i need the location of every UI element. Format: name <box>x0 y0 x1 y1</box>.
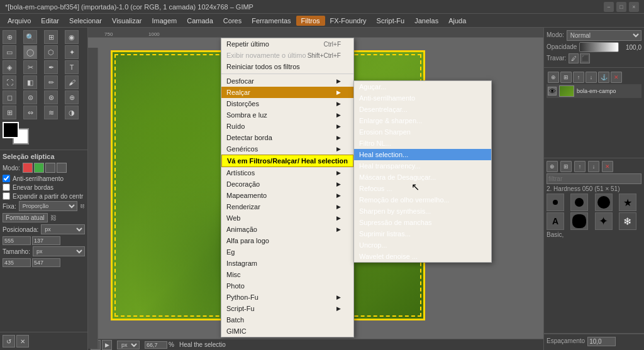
tool-fuzzy-select[interactable]: ✦ <box>65 45 79 59</box>
submenu-erosion[interactable]: Erosion Sharpen <box>354 126 491 138</box>
menu-janelas[interactable]: Janelas <box>409 16 443 26</box>
brushes-btn5[interactable]: ✕ <box>602 161 613 172</box>
brushes-btn1[interactable]: ⊕ <box>547 161 558 172</box>
size-x-input[interactable] <box>3 258 31 267</box>
filter-item-genericos[interactable]: Genéricos ▶ <box>221 143 353 155</box>
status-unit-select[interactable]: px <box>117 341 140 349</box>
feather-checkbox[interactable] <box>3 183 10 191</box>
brush-4[interactable]: ★ <box>619 194 636 211</box>
status-next-btn[interactable]: ▶ <box>102 340 112 350</box>
fix-chain[interactable]: ⛓ <box>80 204 85 209</box>
tool-scissors[interactable]: ✂ <box>23 60 37 74</box>
layers-anchor-btn[interactable]: ⚓ <box>598 72 609 83</box>
tool-text[interactable]: ◉ <box>65 30 79 44</box>
tool-ellipse-select[interactable]: ◯ <box>23 45 37 59</box>
menu-fxfoundry[interactable]: FX-Foundry <box>325 16 372 26</box>
menu-ajuda[interactable]: Ajuda <box>443 16 471 26</box>
tool-restore-btn[interactable]: ↺ <box>3 335 15 347</box>
submenu-filtronl[interactable]: Filtro NL... <box>354 138 491 149</box>
pos-x-input[interactable] <box>3 236 31 245</box>
spacing-input[interactable] <box>587 337 616 346</box>
lock-alpha-btn[interactable]: ⬛ <box>580 53 590 63</box>
size-unit[interactable]: px <box>33 246 85 256</box>
maximize-button[interactable]: □ <box>616 2 626 12</box>
tool-fill[interactable]: ⛶ <box>3 75 16 89</box>
format-button[interactable]: Formato atual <box>3 213 48 222</box>
menu-ferramentas[interactable]: Ferramentas <box>247 16 296 26</box>
size-y-input[interactable] <box>32 258 60 267</box>
submenu-refocus[interactable]: Refocus ... <box>354 183 491 194</box>
brush-2[interactable] <box>570 194 588 211</box>
tool-dodge[interactable]: ◑ <box>65 106 79 119</box>
filter-item-exibir[interactable]: Exibir novamente o último Shift+Ctrl+F <box>221 50 353 61</box>
tool-rect-select[interactable]: ▭ <box>3 45 16 59</box>
mode-btn-1[interactable] <box>23 163 33 173</box>
filter-item-vae[interactable]: Vá em Filtros/Realçar/ Heal selection ▶ <box>221 155 353 167</box>
brush-7[interactable]: ✦ <box>595 212 613 230</box>
tool-paintbrush[interactable]: 🖌 <box>65 75 79 89</box>
submenu-sharpen-synthesis[interactable]: Sharpen by synthesis... <box>354 205 491 217</box>
filter-item-web[interactable]: Web ▶ <box>221 212 353 224</box>
menu-filtros[interactable]: Filtros <box>296 16 325 26</box>
submenu-wavelet[interactable]: Wavelet denoise ... <box>354 251 491 262</box>
filter-item-detectar[interactable]: Detectar borda ▶ <box>221 132 353 143</box>
menu-camada[interactable]: Camada <box>182 16 218 26</box>
status-zoom-input[interactable] <box>145 341 167 349</box>
fix-select[interactable]: Proporção <box>19 201 77 211</box>
brush-filter-input[interactable] <box>547 173 641 184</box>
filter-item-animacao[interactable]: Animação ▶ <box>221 224 353 235</box>
layers-new-btn[interactable]: ⊕ <box>548 72 559 83</box>
submenu-uncrop[interactable]: Uncrop... <box>354 239 491 251</box>
submenu-agucar[interactable]: Aguçar... <box>354 81 491 92</box>
tool-heal[interactable]: ⊕ <box>65 90 79 104</box>
tool-clone[interactable]: ⊛ <box>44 90 58 104</box>
filter-item-distorcoes[interactable]: Distorções ▶ <box>221 98 353 109</box>
tool-measure[interactable]: ⊞ <box>44 30 58 44</box>
filter-item-alfa[interactable]: Alfa para logo <box>221 235 353 246</box>
layers-dup-btn[interactable]: ⊞ <box>560 72 572 83</box>
submenu-supressao[interactable]: Supressão de manchas <box>354 217 491 228</box>
submenu-heal-transparency[interactable]: Heal transparency... <box>354 160 491 172</box>
mode-btn-2[interactable] <box>34 163 44 173</box>
foreground-color[interactable] <box>3 122 19 138</box>
antialias-checkbox[interactable] <box>3 175 10 182</box>
menu-visualizar[interactable]: Visualizar <box>107 16 147 26</box>
filter-item-renderizar[interactable]: Renderizar ▶ <box>221 201 353 212</box>
brush-3[interactable] <box>595 194 613 211</box>
filter-item-instagram[interactable]: Instagram <box>221 258 353 269</box>
canvas-viewport[interactable]: Repetir último Ctrl+F Exibir novamente o… <box>98 38 543 339</box>
filter-item-mapeamento[interactable]: Mapeamento ▶ <box>221 190 353 201</box>
brushes-btn3[interactable]: ↑ <box>574 161 586 172</box>
submenu-antiserrilhamento[interactable]: Anti-serrilhamento <box>354 92 491 104</box>
filter-item-reiniciar[interactable]: Reiniciar todos os filtros <box>221 61 353 72</box>
submenu-olho-vermelho[interactable]: Remoção de olho vermelho... <box>354 194 491 205</box>
brush-8[interactable]: ❄ <box>619 212 636 230</box>
tool-flip[interactable]: ⇔ <box>23 106 37 119</box>
layers-up-btn[interactable]: ↑ <box>573 72 584 83</box>
menu-arquivo[interactable]: Arquivo <box>3 16 36 26</box>
tool-select-by-color[interactable]: ◈ <box>3 60 16 74</box>
brushes-btn2[interactable]: ⊞ <box>560 161 572 172</box>
tool-perspective[interactable]: ⊞ <box>3 106 16 119</box>
filter-item-pythonfu[interactable]: Python-Fu ▶ <box>221 292 353 303</box>
layer-visibility-icon[interactable]: 👁 <box>548 87 557 96</box>
filter-item-decoracao[interactable]: Decoração ▶ <box>221 178 353 190</box>
filter-item-sombra[interactable]: Sombra e luz ▶ <box>221 109 353 121</box>
expand-checkbox[interactable] <box>3 192 10 200</box>
pos-unit[interactable]: px <box>41 224 85 234</box>
submenu-desentrelac[interactable]: Desentrelaçar... <box>354 104 491 115</box>
mode-btn-3[interactable] <box>45 163 55 173</box>
menu-scriptfu[interactable]: Script-Fu <box>372 16 410 26</box>
filter-item-desfocar[interactable]: Desfocar ▶ <box>221 75 353 87</box>
minimize-button[interactable]: − <box>604 2 614 12</box>
brush-1[interactable] <box>547 194 564 211</box>
filter-item-photo[interactable]: Photo <box>221 280 353 292</box>
menu-editar[interactable]: Editar <box>36 16 64 26</box>
submenu-enlarge[interactable]: Enlarge & sharpen... <box>354 115 491 126</box>
filter-item-scriptfu[interactable]: Script-Fu ▶ <box>221 303 353 314</box>
submenu-heal-selection[interactable]: Heal selection... <box>354 149 491 160</box>
layer-item[interactable]: 👁 bola-em-campo <box>547 84 641 98</box>
menu-selecionar[interactable]: Selecionar <box>64 16 107 26</box>
submenu-suprimir[interactable]: Suprimir listras... <box>354 228 491 239</box>
menu-imagem[interactable]: Imagem <box>147 16 182 26</box>
